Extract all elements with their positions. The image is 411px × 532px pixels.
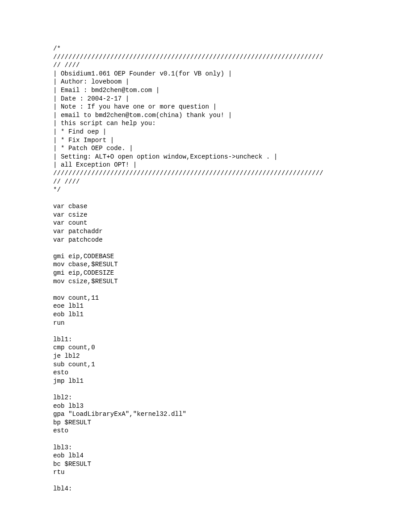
code-document: /* /////////////////////////////////////… [0,0,411,532]
code-content: /* /////////////////////////////////////… [53,45,323,492]
